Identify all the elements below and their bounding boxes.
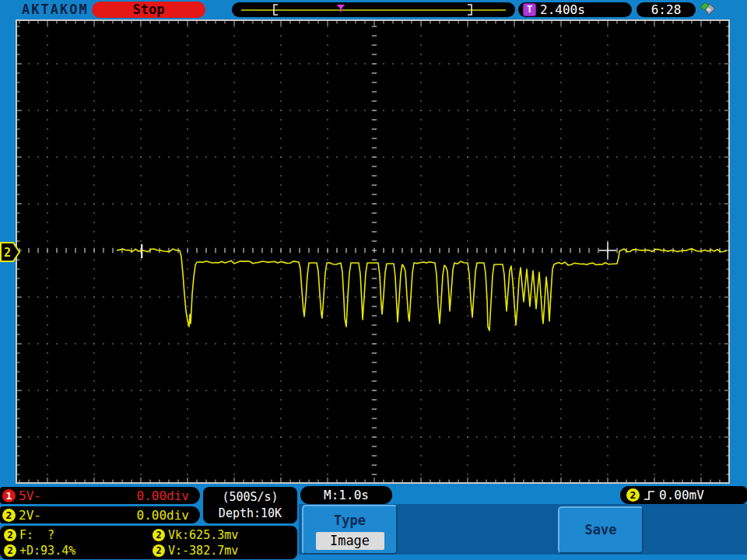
sample-rate: (500S/s): [203, 490, 297, 504]
trigger-status: 2 0.00mV: [620, 486, 747, 504]
storage-icon: [698, 2, 718, 18]
channel2-trace: [117, 249, 727, 331]
save-button[interactable]: Save: [558, 506, 644, 554]
oscilloscope-screen: AKTAKOM Stop T 2.400s 6:28 2 1 5V- 0.00d…: [0, 0, 747, 560]
rising-edge-icon: [643, 488, 657, 503]
measurement-vk: 2 Vk:625.3mv: [153, 527, 238, 543]
memory-depth: Depth:10K: [203, 506, 297, 520]
measurement-voltage: 2 V:-382.7mv: [153, 543, 238, 558]
meas-value: F: ?: [19, 528, 54, 542]
channel2-badge: 2: [2, 509, 16, 522]
trigger-source-badge: 2: [626, 488, 640, 502]
measurement-frequency: 2 F: ?: [4, 527, 54, 543]
acquisition-info: (500S/s) Depth:10K: [203, 487, 297, 523]
type-menu-button[interactable]: Type Image: [302, 505, 398, 555]
position-bar-graphic: [232, 2, 515, 17]
meas-badge: 2: [4, 544, 16, 557]
run-state-badge: Stop: [92, 2, 205, 18]
waveform-plot: [17, 21, 729, 483]
horizontal-position-bar: [232, 2, 515, 17]
type-menu-title: Type: [303, 513, 396, 528]
channel2-status: 2 2V- 0.00div: [0, 506, 200, 523]
channel1-badge: 1: [2, 489, 16, 502]
channel2-scale: 2V-: [19, 508, 41, 523]
channel1-status: 1 5V- 0.00div: [0, 487, 200, 504]
measurement-duty: 2 +D:93.4%: [4, 543, 75, 558]
trigger-time-pill: T 2.400s: [518, 2, 632, 17]
meas-badge: 2: [153, 544, 165, 557]
trigger-time-value: 2.400s: [540, 2, 585, 17]
channel2-offset: 0.00div: [137, 508, 189, 523]
svg-text:2: 2: [4, 246, 11, 260]
timebase-status: M:1.0s: [300, 486, 392, 504]
trigger-level-value: 0.00mV: [659, 488, 704, 502]
meas-badge: 2: [153, 529, 165, 541]
trigger-markers: [141, 242, 616, 259]
meas-value: Vk:625.3mv: [168, 528, 238, 542]
meas-value: V:-382.7mv: [168, 544, 238, 558]
channel2-position-marker: 2: [0, 241, 21, 263]
measurements-panel: 2 F: ? 2 Vk:625.3mv 2 +D:93.4% 2 V:-382.…: [0, 526, 297, 559]
graticule-grid: [17, 21, 729, 482]
type-menu-value[interactable]: Image: [316, 532, 384, 550]
meas-badge: 2: [4, 529, 16, 541]
channel1-scale: 5V-: [19, 488, 41, 503]
meas-value: +D:93.4%: [19, 544, 75, 558]
trigger-t-icon: T: [523, 3, 536, 16]
brand-logo: AKTAKOM: [22, 2, 89, 17]
clock: 6:28: [637, 2, 696, 17]
channel1-offset: 0.00div: [137, 488, 189, 503]
